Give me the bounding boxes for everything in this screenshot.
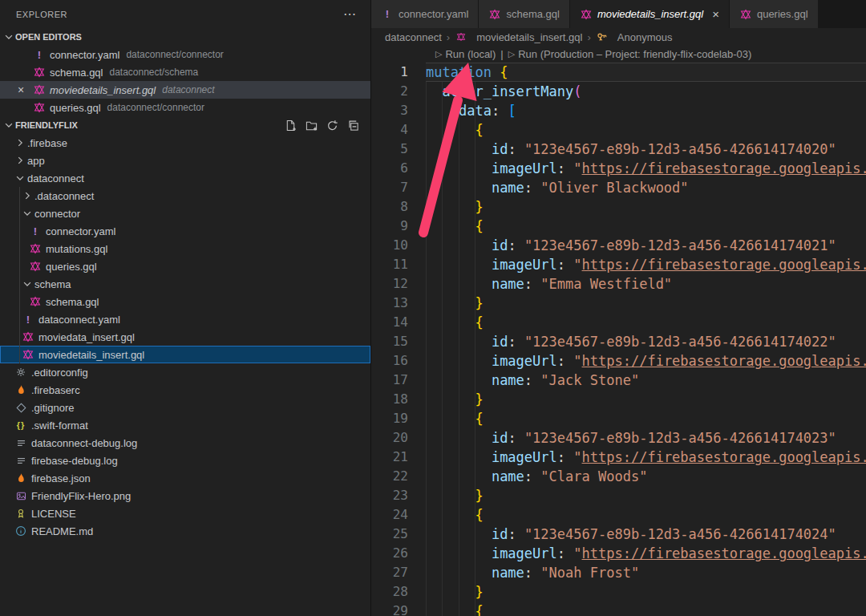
tab-queries-gql[interactable]: queries.gql — [730, 0, 818, 28]
code-line-26[interactable]: 26 imageUrl: "https://firebasestorage.go… — [371, 544, 866, 563]
code-area[interactable]: 1mutation {2 actor_insertMany(3 data: [4… — [371, 63, 866, 616]
code-line-19[interactable]: 19 { — [371, 409, 866, 428]
code-line-7[interactable]: 7 name: "Oliver Blackwood" — [371, 178, 866, 197]
tree-file-moviedetails-insert-gql[interactable]: moviedetails_insert.gql — [0, 346, 370, 363]
tree-folder-app[interactable]: app — [0, 152, 370, 169]
tree-file-friendlyflix-hero-png[interactable]: FriendlyFlix-Hero.png — [0, 487, 370, 505]
code-line-12[interactable]: 12 name: "Emma Westfield" — [371, 274, 866, 294]
line-content[interactable]: } — [426, 582, 866, 602]
run-production-link[interactable]: ▷ Run (Production – Project: friendly-fl… — [508, 48, 752, 60]
line-content[interactable]: imageUrl: "https://firebasestorage.googl… — [426, 544, 866, 563]
tree-file--firebaserc[interactable]: .firebaserc — [0, 381, 370, 399]
tab-schema-gql[interactable]: schema.gql — [479, 0, 569, 28]
tree-file-queries-gql[interactable]: queries.gql — [0, 257, 370, 275]
line-content[interactable]: id: "123e4567-e89b-12d3-a456-42661417402… — [426, 428, 866, 448]
line-content[interactable]: imageUrl: "https://firebasestorage.googl… — [426, 351, 866, 371]
code-line-6[interactable]: 6 imageUrl: "https://firebasestorage.goo… — [371, 159, 866, 178]
code-line-28[interactable]: 28 } — [371, 582, 866, 602]
line-content[interactable]: } — [426, 197, 866, 217]
more-actions-icon[interactable]: ⋯ — [343, 10, 356, 18]
run-local-link[interactable]: ▷ Run (local) — [435, 48, 496, 60]
code-line-9[interactable]: 9 { — [371, 217, 866, 236]
line-content[interactable]: name: "Noah Frost" — [426, 563, 866, 582]
line-content[interactable]: } — [426, 390, 866, 409]
line-content[interactable]: } — [426, 294, 866, 313]
line-content[interactable]: id: "123e4567-e89b-12d3-a456-42661417402… — [426, 332, 866, 351]
new-file-icon[interactable] — [285, 120, 297, 132]
tree-file-license[interactable]: LICENSE — [0, 505, 370, 522]
code-line-25[interactable]: 25 id: "123e4567-e89b-12d3-a456-42661417… — [371, 525, 866, 544]
code-line-10[interactable]: 10 id: "123e4567-e89b-12d3-a456-42661417… — [371, 236, 866, 255]
code-line-22[interactable]: 22 name: "Clara Woods" — [371, 467, 866, 486]
code-line-18[interactable]: 18 } — [371, 390, 866, 409]
tree-file-mutations-gql[interactable]: mutations.gql — [0, 240, 370, 257]
line-content[interactable]: name: "Emma Westfield" — [426, 274, 866, 294]
line-content[interactable]: { — [426, 409, 866, 428]
tree-file-moviedata-insert-gql[interactable]: moviedata_insert.gql — [0, 328, 370, 346]
line-content[interactable]: actor_insertMany( — [426, 82, 866, 101]
code-line-16[interactable]: 16 imageUrl: "https://firebasestorage.go… — [371, 351, 866, 371]
tree-file-dataconnect-yaml[interactable]: !dataconnect.yaml — [0, 310, 370, 328]
open-editor-item[interactable]: queries.gqldataconnect/connector — [0, 99, 370, 116]
code-line-14[interactable]: 14 { — [371, 313, 866, 332]
close-icon[interactable]: × — [712, 7, 719, 21]
tree-file--editorconfig[interactable]: .editorconfig — [0, 363, 370, 381]
tree-file-schema-gql[interactable]: schema.gql — [0, 293, 370, 310]
tab-moviedetails-insert-gql[interactable]: moviedetails_insert.gql× — [570, 0, 729, 28]
breadcrumb-segment[interactable]: moviedetails_insert.gql — [476, 31, 582, 43]
line-content[interactable]: name: "Oliver Blackwood" — [426, 178, 866, 197]
tree-folder--firebase[interactable]: .firebase — [0, 134, 370, 152]
line-content[interactable]: { — [426, 313, 866, 332]
line-content[interactable]: id: "123e4567-e89b-12d3-a456-42661417402… — [426, 525, 866, 544]
line-content[interactable]: id: "123e4567-e89b-12d3-a456-42661417402… — [426, 140, 866, 159]
code-line-3[interactable]: 3 data: [ — [371, 101, 866, 120]
code-line-1[interactable]: 1mutation { — [371, 63, 866, 82]
collapse-all-icon[interactable] — [347, 120, 359, 132]
breadcrumb-segment[interactable]: dataconnect — [385, 31, 442, 43]
tree-file-connector-yaml[interactable]: !connector.yaml — [0, 222, 370, 240]
tree-folder-dataconnect[interactable]: dataconnect — [0, 169, 370, 187]
workspace-section-header[interactable]: FRIENDLYFLIX — [0, 116, 370, 134]
code-line-20[interactable]: 20 id: "123e4567-e89b-12d3-a456-42661417… — [371, 428, 866, 448]
code-line-11[interactable]: 11 imageUrl: "https://firebasestorage.go… — [371, 255, 866, 274]
code-line-5[interactable]: 5 id: "123e4567-e89b-12d3-a456-426614174… — [371, 140, 866, 159]
line-content[interactable]: mutation { — [426, 63, 866, 82]
tree-file--swift-format[interactable]: {}.swift-format — [0, 416, 370, 434]
line-content[interactable]: imageUrl: "https://firebasestorage.googl… — [426, 255, 866, 274]
breadcrumb-segment[interactable]: Anonymous — [617, 31, 673, 43]
code-line-23[interactable]: 23 } — [371, 486, 866, 505]
line-content[interactable]: } — [426, 486, 866, 505]
tree-folder-schema[interactable]: schema — [0, 275, 370, 293]
line-content[interactable]: data: [ — [426, 101, 866, 120]
tree-folder-connector[interactable]: connector — [0, 205, 370, 222]
code-line-21[interactable]: 21 imageUrl: "https://firebasestorage.go… — [371, 448, 866, 467]
line-content[interactable]: { — [426, 120, 866, 140]
refresh-icon[interactable] — [326, 120, 338, 132]
line-content[interactable]: { — [426, 217, 866, 236]
close-icon[interactable]: × — [18, 84, 33, 95]
code-line-8[interactable]: 8 } — [371, 197, 866, 217]
line-content[interactable]: name: "Clara Woods" — [426, 467, 866, 486]
line-content[interactable]: { — [426, 505, 866, 525]
code-line-2[interactable]: 2 actor_insertMany( — [371, 82, 866, 101]
open-editor-item[interactable]: !connector.yamldataconnect/connector — [0, 46, 370, 63]
tree-folder--dataconnect[interactable]: .dataconnect — [0, 187, 370, 205]
line-content[interactable]: imageUrl: "https://firebasestorage.googl… — [426, 448, 866, 467]
open-editor-item[interactable]: schema.gqldataconnect/schema — [0, 63, 370, 81]
code-line-4[interactable]: 4 { — [371, 120, 866, 140]
code-line-17[interactable]: 17 name: "Jack Stone" — [371, 371, 866, 390]
code-line-27[interactable]: 27 name: "Noah Frost" — [371, 563, 866, 582]
new-folder-icon[interactable] — [306, 120, 318, 132]
open-editor-item[interactable]: ×moviedetails_insert.gqldataconnect — [0, 81, 370, 99]
code-line-13[interactable]: 13 } — [371, 294, 866, 313]
tree-file-readme-md[interactable]: README.md — [0, 522, 370, 540]
line-content[interactable]: name: "Jack Stone" — [426, 371, 866, 390]
line-content[interactable]: id: "123e4567-e89b-12d3-a456-42661417402… — [426, 236, 866, 255]
open-editors-section-header[interactable]: OPEN EDITORS — [0, 28, 370, 46]
tree-file--gitignore[interactable]: .gitignore — [0, 399, 370, 416]
code-line-15[interactable]: 15 id: "123e4567-e89b-12d3-a456-42661417… — [371, 332, 866, 351]
line-content[interactable]: { — [426, 602, 866, 616]
tree-file-firebase-debug-log[interactable]: firebase-debug.log — [0, 452, 370, 469]
tab-connector-yaml[interactable]: !connector.yaml — [371, 0, 478, 28]
line-content[interactable]: imageUrl: "https://firebasestorage.googl… — [426, 159, 866, 178]
